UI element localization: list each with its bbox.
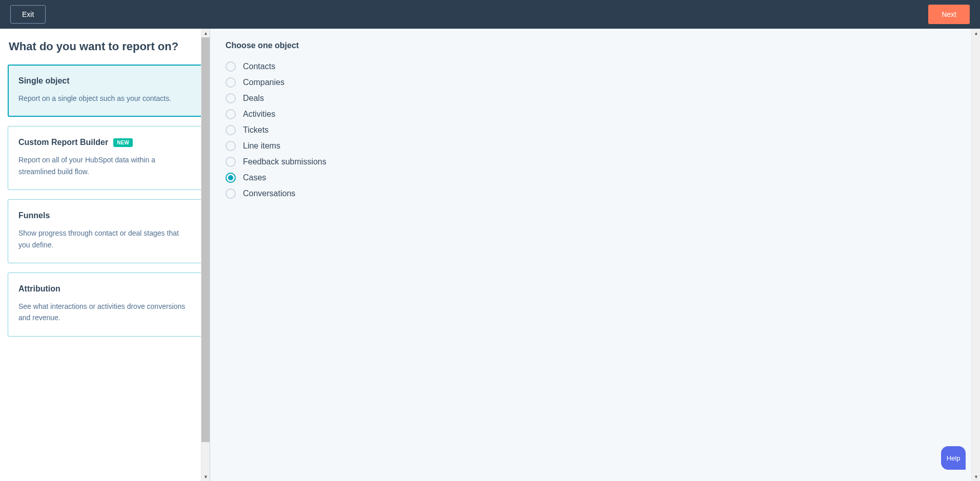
object-radio-item[interactable]: Activities: [226, 109, 965, 119]
object-radio-item[interactable]: Feedback submissions: [226, 157, 965, 167]
radio-label: Conversations: [243, 189, 295, 198]
scroll-down-arrow-icon[interactable]: ▼: [201, 472, 210, 481]
report-option-card[interactable]: AttributionSee what interactions or acti…: [8, 273, 202, 337]
report-option-card[interactable]: Single objectReport on a single object s…: [8, 65, 202, 117]
exit-button[interactable]: Exit: [10, 5, 46, 24]
content-area: What do you want to report on? Single ob…: [0, 29, 980, 481]
scroll-up-arrow-icon[interactable]: ▲: [201, 29, 210, 37]
object-radio-item[interactable]: Companies: [226, 77, 965, 88]
object-radio-item[interactable]: Cases: [226, 173, 965, 183]
radio-label: Line items: [243, 141, 280, 151]
help-button[interactable]: Help: [941, 446, 966, 470]
object-radio-item[interactable]: Line items: [226, 141, 965, 151]
option-card-title-row: Funnels: [18, 211, 191, 220]
option-card-description: Report on a single object such as your c…: [18, 93, 191, 104]
radio-label: Companies: [243, 78, 284, 87]
radio-label: Deals: [243, 94, 264, 103]
option-card-description: Report on all of your HubSpot data withi…: [18, 154, 191, 177]
object-radio-list: ContactsCompaniesDealsActivitiesTicketsL…: [226, 61, 965, 199]
radio-label: Feedback submissions: [243, 157, 326, 166]
radio-icon[interactable]: [226, 173, 236, 183]
option-card-title: Attribution: [18, 284, 60, 294]
radio-label: Tickets: [243, 126, 269, 135]
sidebar-scrollbar[interactable]: ▲ ▼: [201, 29, 210, 481]
scroll-up-arrow-icon[interactable]: ▲: [972, 29, 980, 37]
radio-icon[interactable]: [226, 189, 236, 199]
option-card-title-row: Custom Report BuilderNEW: [18, 138, 191, 147]
main-scrollbar[interactable]: ▲ ▼: [971, 29, 980, 481]
radio-icon[interactable]: [226, 109, 236, 119]
object-radio-item[interactable]: Contacts: [226, 61, 965, 72]
radio-icon[interactable]: [226, 125, 236, 135]
scrollbar-thumb[interactable]: [201, 37, 210, 442]
radio-icon[interactable]: [226, 93, 236, 103]
scrollbar-track[interactable]: [201, 37, 210, 472]
radio-label: Activities: [243, 110, 275, 119]
sidebar-scroll: What do you want to report on? Single ob…: [0, 29, 210, 481]
scroll-down-arrow-icon[interactable]: ▼: [972, 472, 980, 481]
main-title: Choose one object: [226, 41, 965, 50]
object-radio-item[interactable]: Conversations: [226, 189, 965, 199]
option-card-title: Single object: [18, 76, 70, 86]
option-card-title-row: Attribution: [18, 284, 191, 294]
option-card-description: See what interactions or activities drov…: [18, 301, 191, 324]
option-card-description: Show progress through contact or deal st…: [18, 227, 191, 250]
radio-icon[interactable]: [226, 61, 236, 72]
radio-icon[interactable]: [226, 141, 236, 151]
radio-label: Contacts: [243, 62, 275, 71]
radio-icon[interactable]: [226, 157, 236, 167]
option-card-title: Custom Report Builder: [18, 138, 108, 147]
header-bar: Exit Next: [0, 0, 980, 29]
report-option-card[interactable]: FunnelsShow progress through contact or …: [8, 199, 202, 263]
sidebar: What do you want to report on? Single ob…: [0, 29, 210, 481]
radio-icon[interactable]: [226, 77, 236, 88]
new-badge: NEW: [113, 138, 133, 147]
report-option-card[interactable]: Custom Report BuilderNEWReport on all of…: [8, 126, 202, 190]
sidebar-title: What do you want to report on?: [8, 40, 202, 53]
radio-label: Cases: [243, 173, 266, 182]
option-card-title: Funnels: [18, 211, 50, 220]
object-radio-item[interactable]: Tickets: [226, 125, 965, 135]
next-button[interactable]: Next: [928, 5, 970, 24]
object-radio-item[interactable]: Deals: [226, 93, 965, 103]
option-card-title-row: Single object: [18, 76, 191, 86]
main-panel: Choose one object ContactsCompaniesDeals…: [210, 29, 980, 481]
